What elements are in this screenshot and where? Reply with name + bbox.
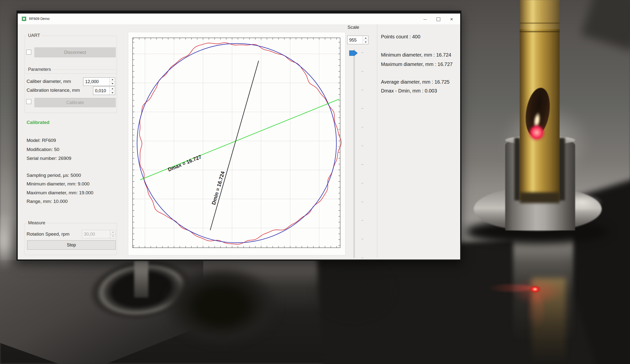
rod-holder-shadow (520, 192, 560, 203)
chevron-down-icon (365, 41, 367, 43)
min-diameter-capability: Minimum diameter, mm: 9.000 (26, 181, 90, 187)
uart-group-label: UART (27, 33, 41, 38)
app-icon (22, 16, 26, 21)
caliber-diameter-spinner[interactable]: 12,000 (83, 77, 115, 86)
maximum-diameter-result: Maximum diameter, mm : 16.727 (381, 61, 452, 67)
range-capability: Range, mm: 10.000 (26, 199, 68, 204)
max-diameter-capability: Maximum diameter, mm: 19.000 (26, 190, 93, 196)
scale-slider-handle[interactable] (349, 50, 358, 56)
brass-rod-groove (520, 23, 560, 24)
titlebar[interactable]: RF609 Demo — ✕ (18, 13, 460, 24)
caliber-diameter-value: 12,000 (85, 79, 99, 84)
disconnect-button[interactable]: Disconnect (34, 47, 116, 57)
spin-up-button[interactable] (110, 230, 116, 234)
rotation-speed-spinner[interactable]: 30,00 (82, 230, 116, 238)
chevron-down-icon (112, 92, 114, 93)
calibration-status: Calibrated (26, 120, 50, 125)
calibrate-button[interactable]: Calibrate (34, 98, 116, 107)
parameters-group-label: Parameters (27, 67, 52, 72)
scale-panel: Scale 955 (346, 24, 377, 258)
close-icon: ✕ (450, 17, 453, 22)
laser-streak (487, 284, 533, 292)
minimum-diameter-result: Minimum diameter, mm : 16.724 (381, 52, 451, 58)
scale-label: Scale (348, 24, 359, 30)
sampling-period: Sampling period, µs: 5000 (26, 173, 81, 178)
dmin-label: Dmin = 16.724 (210, 170, 226, 205)
calibrate-checkbox[interactable] (26, 99, 31, 104)
holder-notch-left (514, 138, 520, 200)
spin-down-button[interactable] (110, 234, 116, 238)
brass-rod-top (520, 0, 560, 29)
table-recess-hole (162, 266, 280, 347)
caliber-diameter-label: Caliber diameter, mm (26, 79, 71, 84)
brass-rod-groove (520, 31, 560, 32)
scale-value: 955 (349, 37, 356, 42)
measure-group: Measure (24, 223, 117, 255)
window-border: RF609 Demo — ✕ UART Disconnect Parameter… (16, 10, 462, 261)
spin-down-button[interactable] (363, 40, 368, 44)
slider-tick-marks (361, 52, 364, 258)
minimize-icon: — (424, 17, 427, 21)
calibration-tolerance-spinner[interactable]: 0,010 (93, 87, 115, 95)
minimize-button[interactable]: — (418, 15, 432, 23)
average-diameter-result: Average diameter, mm : 16.725 (381, 79, 450, 85)
maximize-icon (436, 17, 440, 21)
device-modification: Modification: 50 (26, 147, 59, 152)
dmax-label: Dmax = 16.727 (167, 154, 202, 172)
table-recess-glint (134, 261, 148, 298)
spin-up-button[interactable] (110, 78, 115, 82)
laser-heat-glow (527, 123, 546, 142)
spin-up-button[interactable] (363, 36, 368, 40)
points-count: Points count : 400 (381, 34, 420, 39)
window-title: RF609 Demo (29, 17, 50, 21)
spin-up-button[interactable] (110, 87, 115, 91)
table-recess-far (312, 261, 394, 320)
calibration-tolerance-value: 0,010 (95, 88, 106, 93)
chevron-down-icon (112, 236, 114, 237)
spin-down-button[interactable] (110, 82, 115, 86)
close-button[interactable]: ✕ (445, 15, 458, 23)
app-window: RF609 Demo — ✕ UART Disconnect Parameter… (18, 13, 460, 260)
chevron-down-icon (112, 83, 114, 84)
maximize-button[interactable] (432, 15, 445, 23)
chevron-up-icon (112, 79, 114, 80)
measure-group-label: Measure (27, 220, 46, 226)
chevron-up-icon (112, 88, 114, 89)
window-controls: — ✕ (418, 15, 458, 23)
device-model: Model: RF609 (26, 138, 56, 143)
scale-spinner[interactable]: 955 (347, 36, 368, 44)
spinner-buttons (363, 36, 368, 44)
roundness-plot-panel: Dmax = 16.727Dmin = 16.724 (128, 32, 346, 255)
calibration-tolerance-label: Calibration tolerance, mm (26, 87, 80, 93)
rotation-speed-value: 30,00 (84, 232, 95, 237)
uart-checkbox[interactable] (26, 50, 31, 55)
scale-slider-track[interactable] (354, 49, 355, 258)
chevron-up-icon (112, 231, 114, 233)
dmax-minus-dmin-result: Dmax - Dmin, mm : 0.003 (381, 88, 437, 94)
spin-down-button[interactable] (110, 91, 115, 95)
chevron-up-icon (365, 37, 367, 39)
laser-dot (529, 285, 541, 293)
device-serial-number: Serial number: 26909 (26, 156, 71, 161)
roundness-chart: Dmax = 16.727Dmin = 16.724 (132, 38, 340, 248)
spinner-buttons (110, 78, 115, 86)
spinner-buttons (110, 87, 115, 95)
stop-button[interactable]: Stop (27, 240, 116, 250)
spinner-buttons (110, 230, 116, 238)
rotation-speed-label: Rotation Speed, rpm (26, 231, 70, 237)
laser-reflection (528, 293, 544, 330)
